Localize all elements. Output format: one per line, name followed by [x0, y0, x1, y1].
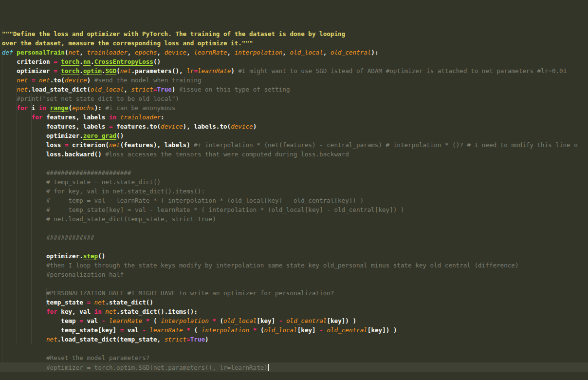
code-token: interpolation — [161, 317, 209, 324]
code-token: ( — [69, 104, 73, 112]
code-token: net — [17, 86, 28, 93]
code-token: for — [17, 104, 28, 112]
code-line[interactable]: over the dataset, measure the correspond… — [2, 38, 588, 48]
code-token: loss.backward() — [46, 151, 105, 158]
code-token: , — [323, 49, 331, 56]
code-token: ) — [231, 67, 238, 75]
code-token: # temp_state = net.state_dict() — [46, 178, 161, 186]
code-token: personalTrain — [17, 49, 65, 56]
code-line[interactable]: # temp_state = net.state_dict() — [2, 177, 588, 187]
code-token: step — [83, 252, 98, 260]
code-token: #i can be anonymous — [105, 104, 175, 112]
code-line[interactable] — [2, 242, 588, 251]
code-line[interactable]: for features, labels in trainloader: — [2, 113, 588, 122]
code-line[interactable]: temp = val - learnRate * ( interpolation… — [2, 316, 588, 325]
code-line[interactable]: ####################### — [2, 168, 588, 177]
code-line[interactable] — [2, 372, 588, 380]
code-line[interactable]: """Define the loss and optimizer with Py… — [2, 29, 588, 38]
code-token: .state_dict() — [105, 299, 153, 306]
code-token: """Define the loss and optimizer with Py… — [2, 30, 345, 38]
code-token: net — [120, 67, 131, 75]
code-token: [key]) ) — [327, 317, 356, 324]
code-token: net — [94, 299, 106, 306]
code-token: #optimizer = torch.optim.SGD(net.paramet… — [46, 364, 268, 371]
code-line[interactable] — [2, 159, 588, 168]
code-line[interactable]: #PERSONALIZATION HALF #I MIGHT HAVE to w… — [2, 288, 588, 298]
code-token: features.to( — [113, 123, 161, 130]
code-token: net — [17, 76, 28, 84]
code-token: , — [157, 49, 165, 56]
code-token: : — [161, 114, 165, 121]
code-token: ############# — [46, 234, 94, 241]
code-line[interactable]: for i in range(epochs): #i can be anonym… — [2, 103, 588, 113]
code-token: device — [65, 76, 87, 84]
code-token: .state_dict().items(): — [116, 308, 198, 315]
code-line[interactable]: # for key, val in net.state_dict().items… — [2, 187, 588, 196]
code-token: net — [39, 76, 50, 84]
code-token: trainloader — [87, 49, 127, 56]
code-token: - — [142, 326, 146, 334]
code-token: val — [83, 317, 102, 324]
code-line[interactable]: #then I loop through the state keys modi… — [2, 261, 588, 270]
code-token: net — [105, 308, 116, 315]
code-line[interactable] — [2, 344, 588, 353]
code-token: .parameters(), — [131, 67, 186, 75]
code-token: optimizer — [17, 67, 54, 75]
code-token: ): — [371, 49, 378, 56]
code-token: = — [87, 299, 91, 306]
code-line[interactable]: # temp_state[key] = val - learnRate * ( … — [2, 205, 588, 214]
code-line[interactable]: for key, val in net.state_dict().items()… — [2, 307, 588, 316]
code-token: #send the model when training — [94, 76, 202, 84]
code-line[interactable]: net.load_state_dict(old_local, strict=Tr… — [2, 85, 588, 94]
code-token — [105, 317, 109, 324]
code-token: ( — [116, 67, 120, 75]
code-line[interactable]: # temp = val - learnRate * ( interpolati… — [2, 196, 588, 205]
code-line[interactable]: features, labels = features.to(device), … — [2, 122, 588, 131]
code-token: . — [79, 67, 83, 75]
code-line[interactable]: #Reset the model parameters? — [2, 353, 588, 362]
code-token: device — [165, 49, 187, 56]
code-token: # for key, val in net.state_dict().items… — [46, 188, 205, 195]
code-token: criterion( — [69, 141, 109, 149]
code-token: device — [161, 123, 183, 130]
code-token: net — [46, 336, 57, 343]
code-line[interactable]: loss = criterion(net(features), labels) … — [2, 140, 588, 150]
code-token: ####################### — [46, 169, 131, 176]
code-line[interactable]: #print("set net state dict to be old_loc… — [2, 94, 588, 103]
code-line[interactable]: optimizer.zero_grad() — [2, 131, 588, 140]
code-line-current[interactable]: #optimizer = torch.optim.SGD(net.paramet… — [0, 362, 588, 372]
code-token: # temp = val - learnRate * ( interpolati… — [46, 197, 364, 204]
code-token: old_central — [327, 326, 367, 334]
code-line[interactable]: optimizer.step() — [2, 251, 588, 261]
code-token: , — [128, 49, 135, 56]
code-token: , — [227, 49, 235, 56]
code-line[interactable]: criterion = torch.nn.CrossEntropyLoss() — [2, 57, 588, 66]
code-token: old_central — [286, 317, 327, 324]
code-line[interactable]: optimizer = torch.optim.SGD(net.paramete… — [2, 66, 588, 76]
code-token: over the dataset, measure the correspond… — [2, 39, 253, 47]
code-token: strict — [165, 336, 187, 343]
code-line[interactable]: def personalTrain(net, trainloader, epoc… — [2, 48, 588, 57]
code-line[interactable] — [2, 224, 588, 233]
code-line[interactable] — [2, 279, 588, 288]
code-line[interactable]: temp_state = net.state_dict() — [2, 298, 588, 307]
code-token: ( — [149, 317, 161, 324]
code-editor[interactable]: """Define the loss and optimizer with Py… — [0, 0, 588, 380]
code-line[interactable]: loss.backward() #loss accesses the tenso… — [2, 150, 588, 159]
code-token: optimizer. — [46, 132, 83, 139]
code-token: * — [212, 317, 216, 324]
code-token: in — [94, 308, 102, 315]
code-token: key, val — [57, 308, 94, 315]
text-cursor — [268, 364, 269, 371]
code-line[interactable]: #personalization half — [2, 270, 588, 279]
code-token: (features), labels) — [120, 141, 194, 149]
code-token: net — [69, 49, 80, 56]
code-token: , — [79, 49, 87, 56]
code-line[interactable]: # net.load_state_dict(temp_state, strict… — [2, 214, 588, 224]
code-token: [key]) ) — [368, 326, 397, 334]
code-line[interactable]: ############# — [2, 233, 588, 242]
code-line[interactable]: net = net.to(device) #send the model whe… — [2, 76, 588, 85]
code-line[interactable]: temp_state[key] = val - learnRate * ( in… — [2, 325, 588, 335]
code-token: #Reset the model parameters? — [46, 354, 149, 361]
code-line[interactable]: net.load_state_dict(temp_state, strict=T… — [2, 335, 588, 344]
